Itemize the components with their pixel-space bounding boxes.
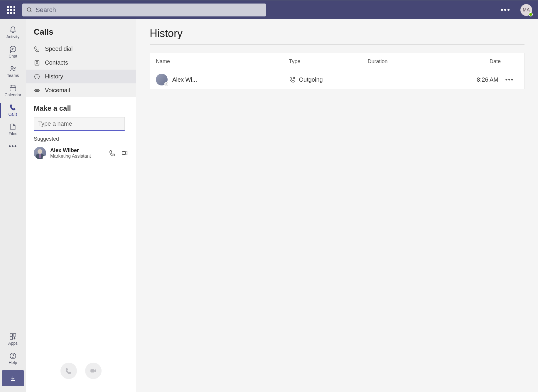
bell-icon — [9, 26, 17, 34]
voicemail-icon — [34, 87, 40, 94]
teams-icon — [9, 65, 17, 73]
suggested-contact[interactable]: Alex Wilber Marketing Assistant — [34, 145, 128, 161]
svg-rect-11 — [10, 337, 13, 339]
contacts-icon — [34, 60, 40, 66]
svg-rect-22 — [39, 154, 41, 158]
download-button[interactable] — [2, 370, 24, 386]
left-rail: Activity Chat Teams Calendar Calls Files… — [0, 19, 26, 392]
col-duration: Duration — [367, 58, 440, 65]
calls-nav: Speed dial Contacts History Voicemail — [26, 42, 136, 97]
rail-chat[interactable]: Chat — [0, 43, 26, 62]
history-title: History — [150, 27, 524, 45]
type-name-input[interactable] — [34, 117, 125, 131]
audio-call-icon[interactable] — [109, 149, 116, 157]
svg-point-18 — [35, 90, 37, 91]
svg-rect-24 — [90, 369, 94, 373]
contact-name: Alex Wilber — [50, 147, 105, 154]
calls-title: Calls — [26, 19, 136, 42]
top-more-button[interactable]: ••• — [497, 5, 515, 14]
rail-help[interactable]: Help — [0, 349, 26, 369]
audio-call-button[interactable] — [60, 363, 77, 379]
svg-rect-5 — [10, 86, 16, 91]
svg-point-20 — [38, 149, 42, 154]
apps-icon — [9, 333, 17, 340]
nav-history[interactable]: History — [26, 70, 136, 83]
more-icon: ••• — [9, 142, 17, 150]
svg-point-15 — [36, 61, 38, 63]
phone-icon — [9, 104, 17, 111]
rail-label: Activity — [6, 34, 19, 39]
file-icon — [9, 123, 17, 131]
rail-label: Apps — [8, 341, 18, 346]
rail-label: Teams — [7, 73, 19, 78]
nav-label: Voicemail — [45, 87, 70, 94]
svg-point-3 — [11, 66, 13, 68]
rail-calls[interactable]: Calls — [0, 101, 26, 120]
nav-contacts[interactable]: Contacts — [26, 56, 136, 70]
svg-rect-23 — [122, 152, 126, 154]
rail-files[interactable]: Files — [0, 120, 26, 139]
svg-point-0 — [27, 8, 31, 11]
row-avatar — [156, 74, 168, 85]
download-icon — [9, 375, 16, 382]
contact-role: Marketing Assistant — [50, 154, 94, 159]
row-name: Alex Wi... — [172, 76, 197, 83]
top-bar: ••• MA — [0, 1, 538, 19]
nav-label: Speed dial — [45, 46, 73, 52]
presence-offline-icon — [164, 82, 168, 86]
rail-label: Help — [9, 360, 17, 365]
avatar-initials: MA — [523, 7, 530, 13]
rail-label: Calls — [8, 112, 17, 117]
presence-offline-icon — [43, 156, 46, 159]
col-name: Name — [156, 58, 289, 65]
phone-icon — [65, 367, 72, 375]
svg-rect-14 — [35, 60, 39, 65]
chat-icon — [9, 46, 17, 53]
profile-avatar[interactable]: MA — [520, 4, 532, 16]
row-more-button[interactable]: ••• — [501, 76, 518, 83]
svg-rect-10 — [13, 334, 16, 336]
contact-avatar — [34, 147, 46, 159]
presence-available-icon — [529, 12, 533, 16]
phone-icon — [34, 46, 40, 52]
search-box[interactable] — [22, 4, 266, 16]
nav-label: History — [45, 73, 63, 80]
search-input[interactable] — [36, 6, 262, 14]
row-date: 8:26 AM — [440, 76, 501, 83]
rail-label: Chat — [9, 54, 17, 58]
make-a-call-section: Make a call Suggested Alex Wilber Market… — [26, 97, 136, 392]
rail-more[interactable]: ••• — [0, 139, 26, 154]
rail-apps[interactable]: Apps — [0, 330, 26, 349]
nav-label: Contacts — [45, 59, 68, 66]
row-name-cell: Alex Wi... — [156, 74, 289, 85]
rail-label: Calendar — [5, 92, 21, 97]
help-icon — [9, 352, 17, 360]
history-row[interactable]: Alex Wi... Outgoing 8:26 AM ••• — [150, 70, 524, 89]
history-panel: History Name Type Duration Date Alex Wi.… — [136, 19, 538, 392]
rail-calendar[interactable]: Calendar — [0, 81, 26, 101]
suggested-label: Suggested — [34, 136, 128, 142]
svg-point-2 — [10, 46, 16, 52]
col-type: Type — [289, 58, 368, 65]
rail-activity[interactable]: Activity — [0, 23, 26, 43]
svg-point-4 — [14, 67, 15, 68]
calendar-icon — [9, 84, 17, 92]
col-date: Date — [440, 58, 501, 65]
app-launcher-icon[interactable] — [6, 5, 16, 15]
nav-speed-dial[interactable]: Speed dial — [26, 42, 136, 56]
outgoing-call-icon — [289, 76, 296, 83]
rail-teams[interactable]: Teams — [0, 62, 26, 81]
make-call-title: Make a call — [34, 104, 128, 112]
svg-point-19 — [37, 90, 39, 91]
history-header-row: Name Type Duration Date — [150, 53, 524, 70]
clock-icon — [34, 73, 40, 80]
history-table: Name Type Duration Date Alex Wi... Outgo… — [150, 53, 524, 89]
svg-point-13 — [13, 357, 13, 358]
nav-voicemail[interactable]: Voicemail — [26, 83, 136, 97]
video-call-button[interactable] — [85, 363, 102, 379]
calls-panel: Calls Speed dial Contacts History Voicem… — [26, 19, 136, 392]
svg-rect-9 — [10, 334, 13, 336]
row-type-cell: Outgoing — [289, 76, 368, 83]
video-call-icon[interactable] — [121, 149, 128, 157]
row-type: Outgoing — [299, 76, 323, 83]
